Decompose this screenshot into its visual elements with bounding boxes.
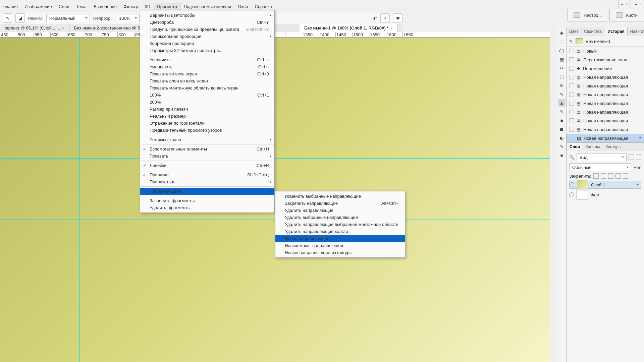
tool-icon[interactable]: ⬚ bbox=[558, 73, 566, 80]
filter-adjust-icon[interactable] bbox=[636, 155, 641, 160]
history-checkbox[interactable] bbox=[569, 110, 574, 114]
menu-item[interactable]: УвеличитьCtrl++ bbox=[140, 56, 274, 63]
lock-position-icon[interactable] bbox=[601, 173, 606, 179]
collapsed-panel-button[interactable]: Кисти bbox=[609, 9, 644, 21]
panel-tab[interactable]: Цвет bbox=[567, 27, 581, 36]
history-checkbox[interactable] bbox=[569, 83, 574, 88]
target-icon[interactable]: ⌖ bbox=[380, 13, 390, 23]
close-icon[interactable]: × bbox=[390, 26, 392, 30]
history-checkbox[interactable] bbox=[569, 75, 574, 79]
menu-item[interactable]: Предварительный просмотр узоров bbox=[140, 127, 274, 134]
menu-item[interactable]: ЛинейкиCtrl+R bbox=[140, 162, 274, 169]
menu-item[interactable]: Просмотр bbox=[154, 3, 180, 10]
menu-item[interactable]: Варианты цветопробы bbox=[140, 12, 274, 19]
history-item[interactable]: ▤Новая направляющая bbox=[567, 73, 644, 81]
guide-horizontal[interactable] bbox=[0, 158, 550, 159]
panel-tab[interactable]: Каналы bbox=[583, 143, 603, 151]
menu-item[interactable]: 200% bbox=[140, 99, 274, 106]
menu-item[interactable]: Направляющие bbox=[140, 188, 274, 195]
layer-blend-select[interactable]: Обычные bbox=[569, 163, 631, 171]
opacity-select[interactable]: 100% bbox=[116, 14, 140, 22]
history-checkbox[interactable] bbox=[569, 49, 574, 53]
document-tab[interactable]: Без имени-1 @ 100% (Слой 1, RGB/8#) *× bbox=[300, 24, 398, 32]
blend-mode-select[interactable]: Нормальный bbox=[46, 14, 90, 22]
history-checkbox[interactable] bbox=[569, 66, 574, 71]
tool-icon[interactable]: ◆ bbox=[558, 117, 566, 124]
menu-item[interactable]: Размер при печати bbox=[140, 106, 274, 113]
tool-icon[interactable]: ✎ bbox=[558, 143, 566, 150]
lock-all-icon[interactable] bbox=[623, 173, 628, 179]
panel-chip[interactable]: »× bbox=[618, 0, 630, 8]
visibility-icon[interactable] bbox=[570, 182, 574, 187]
layer-filter-select[interactable]: Вид bbox=[577, 153, 627, 161]
history-checkbox[interactable] bbox=[569, 118, 574, 123]
menu-item[interactable]: Закрепить направляющиеAlt+Ctrl+; bbox=[275, 200, 405, 207]
menu-item[interactable]: Фильтр bbox=[120, 3, 142, 10]
tool-icon[interactable]: ▲ bbox=[558, 99, 566, 107]
menu-item[interactable]: Подключаемые модули bbox=[180, 3, 235, 10]
history-checkbox[interactable] bbox=[570, 136, 574, 140]
tool-icon[interactable]: ▦ bbox=[558, 56, 566, 63]
menu-item[interactable]: Справка bbox=[252, 3, 275, 10]
panel-tab[interactable]: История bbox=[605, 27, 628, 36]
history-item[interactable]: ▤Новая направляющая bbox=[567, 108, 644, 116]
history-item[interactable]: ▤Новый bbox=[567, 47, 644, 55]
menu-item[interactable]: ЦветопробаCtrl+Y bbox=[140, 19, 274, 26]
menu-item[interactable]: Попиксельная пропорция bbox=[140, 33, 274, 40]
history-item[interactable]: ▤Новая направляющая bbox=[567, 134, 644, 142]
guide-vertical[interactable] bbox=[79, 38, 80, 362]
menu-item[interactable]: Окно bbox=[234, 3, 251, 10]
menu-item[interactable]: ПривязкаShift+Ctrl+; bbox=[140, 171, 274, 178]
close-icon[interactable]: × bbox=[640, 2, 642, 6]
guide-horizontal[interactable] bbox=[0, 97, 550, 97]
menu-item[interactable]: Новая направляющая... bbox=[275, 235, 405, 242]
history-item[interactable]: ▤Новая направляющая bbox=[567, 99, 644, 108]
tool-icon[interactable]: ✂ bbox=[558, 64, 566, 72]
history-item[interactable]: ▤Перетаскивание слоя bbox=[567, 55, 644, 64]
expand-icon[interactable]: » bbox=[634, 2, 637, 7]
history-item[interactable]: ▤Новая направляющая bbox=[567, 116, 644, 125]
menu-item[interactable]: Реальный размер bbox=[140, 113, 274, 120]
panel-tab[interactable]: Слои bbox=[567, 143, 583, 151]
panel-tab[interactable]: Навигатор bbox=[628, 27, 644, 36]
visibility-icon[interactable] bbox=[569, 192, 574, 197]
menu-item[interactable]: Новый макет направляющей... bbox=[275, 242, 405, 249]
menu-item[interactable]: Текст bbox=[72, 3, 90, 10]
butterfly-icon[interactable]: ✱ bbox=[393, 13, 402, 23]
lock-artboard-icon[interactable] bbox=[608, 173, 613, 179]
tool-icon[interactable]: ⬚ bbox=[558, 38, 566, 46]
tool-icon[interactable]: ✎ bbox=[558, 108, 566, 115]
tool-icon[interactable]: ◼ bbox=[558, 125, 566, 133]
panel-tab[interactable]: Контуры bbox=[603, 143, 624, 151]
tool-icon[interactable]: ◐ bbox=[558, 134, 566, 141]
tool-icon[interactable]: ✥ bbox=[558, 29, 566, 37]
menu-item[interactable]: Удалить направляющие холста bbox=[275, 228, 405, 235]
panel-chip[interactable]: »× bbox=[632, 0, 644, 8]
tool-icon[interactable]: ✎ bbox=[558, 90, 566, 98]
menu-item[interactable]: Новые направляющие из фигуры bbox=[275, 249, 405, 256]
layer-row[interactable]: Слой 1 bbox=[569, 181, 641, 189]
brush-icon[interactable]: ◢ bbox=[15, 13, 25, 23]
menu-item[interactable]: УменьшитьCtrl+- bbox=[140, 63, 274, 70]
menu-item[interactable]: Вспомогательные элементыCtrl+H bbox=[140, 145, 274, 153]
tool-icon[interactable]: ◯ bbox=[558, 47, 566, 54]
menu-item[interactable]: Выделение bbox=[90, 3, 120, 10]
close-icon[interactable]: × bbox=[62, 26, 64, 30]
history-item[interactable]: ▤Новая направляющая bbox=[567, 125, 644, 134]
history-item[interactable]: ▤Новая направляющая bbox=[567, 90, 644, 99]
menu-item[interactable]: Закрепить фрагменты bbox=[140, 197, 274, 204]
tool-icon[interactable]: ✉ bbox=[558, 82, 566, 89]
lock-move-icon[interactable] bbox=[615, 173, 621, 179]
menu-item[interactable]: Отражение по горизонтали bbox=[140, 120, 274, 127]
history-checkbox[interactable] bbox=[569, 57, 574, 62]
menu-item[interactable]: ование bbox=[0, 3, 21, 10]
menu-item[interactable]: 3D bbox=[142, 3, 154, 10]
history-checkbox[interactable] bbox=[569, 127, 574, 132]
lock-pixels-icon[interactable] bbox=[593, 173, 599, 179]
panel-tab[interactable]: Свойства bbox=[581, 27, 605, 36]
menu-item[interactable]: Показать слои во весь экран bbox=[140, 77, 274, 84]
history-item[interactable]: ▤Новая направляющая bbox=[567, 81, 644, 90]
history-item[interactable]: ✥Перемещение bbox=[567, 64, 644, 73]
horizontal-ruler[interactable]: 4505005506006507007508008509001350140014… bbox=[0, 32, 550, 38]
menu-item[interactable]: 100%Ctrl+1 bbox=[140, 92, 274, 99]
